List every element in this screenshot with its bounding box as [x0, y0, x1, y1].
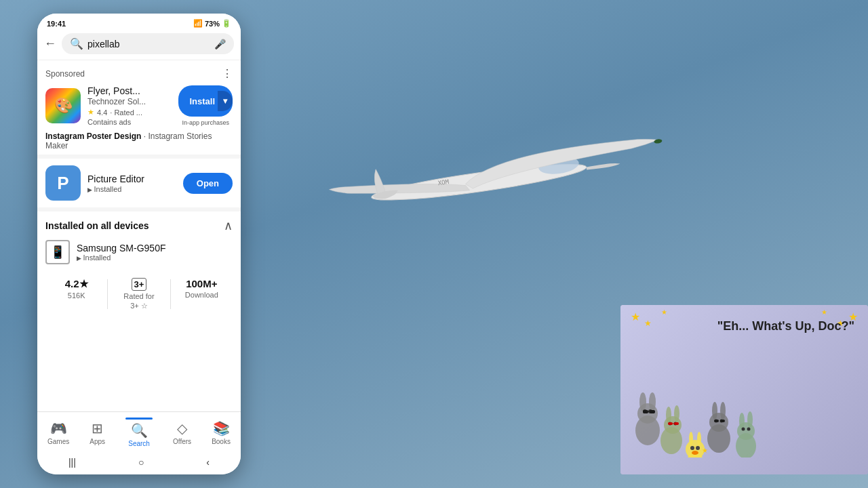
nav-apps[interactable]: ⊞ Apps	[84, 419, 111, 447]
glider-image: XOM	[271, 54, 665, 339]
search-input-container[interactable]: 🔍 pixellab 🎤	[62, 33, 234, 54]
open-button[interactable]: Open	[183, 173, 233, 194]
svg-point-6	[639, 392, 646, 411]
more-options-button[interactable]: ⋮	[222, 67, 233, 80]
nav-search[interactable]: 🔍 Search	[120, 416, 158, 449]
apps-icon: ⊞	[92, 420, 103, 436]
rating-stat: 4.2★ 516K	[45, 278, 107, 300]
picture-editor-installed: Installed	[87, 185, 176, 193]
star-icon: ★	[644, 319, 652, 328]
time-display: 19:41	[47, 20, 66, 28]
sponsored-app-developer: Technozer Sol...	[87, 97, 172, 106]
search-nav-icon: 🔍	[131, 422, 148, 439]
device-name: Samsung SM-G950F	[77, 243, 166, 253]
svg-point-27	[696, 446, 700, 450]
status-bar: 19:41 📶 73% 🔋	[37, 14, 241, 30]
search-active-indicator	[125, 418, 153, 420]
age-rating-label: Rated for	[108, 292, 170, 300]
downloads-value: 100M+	[171, 278, 233, 289]
age-rating-stat: 3+ Rated for 3+ ☆	[108, 278, 170, 310]
cartoon-characters	[627, 322, 776, 458]
rating-count: 516K	[45, 291, 107, 300]
battery-icon: 🔋	[222, 19, 231, 28]
rating-value: 4.2★	[45, 278, 107, 290]
picture-editor-icon: P	[45, 165, 81, 201]
search-bar: ← 🔍 pixellab 🎤	[37, 30, 241, 60]
svg-point-39	[739, 413, 745, 429]
in-app-purchases-label: In-app purchases	[182, 119, 229, 126]
install-button[interactable]: Install ▾	[178, 85, 233, 117]
battery-display: 73%	[205, 20, 220, 28]
sponsored-app-icon: 🎨	[45, 88, 81, 123]
svg-point-25	[697, 432, 701, 445]
android-nav-bar: ||| ○ ‹	[37, 451, 241, 474]
search-icon: 🔍	[70, 37, 83, 50]
picture-editor-name: Picture Editor	[87, 174, 176, 184]
bottom-navigation: 🎮 Games ⊞ Apps 🔍 Search ◇ Offers 📚 Books	[37, 411, 241, 451]
device-installed-label: Installed	[77, 253, 166, 262]
home-button[interactable]: ○	[138, 457, 144, 468]
back-button[interactable]: ←	[44, 37, 56, 51]
nav-books[interactable]: 📚 Books	[206, 419, 236, 447]
nav-search-label: Search	[128, 440, 150, 447]
svg-point-31	[712, 402, 717, 420]
star-icon: ★	[631, 310, 640, 323]
age-rating-icon: 3+	[108, 278, 170, 291]
downloads-stat: 100M+ Download	[171, 278, 233, 299]
svg-point-28	[692, 451, 698, 455]
svg-point-32	[720, 402, 726, 420]
games-icon: 🎮	[50, 420, 67, 436]
svg-point-7	[649, 392, 656, 411]
svg-rect-36	[720, 420, 725, 422]
mic-icon[interactable]: 🎤	[214, 39, 226, 49]
svg-rect-10	[643, 410, 648, 413]
nav-apps-label: Apps	[90, 438, 105, 445]
svg-rect-20	[674, 422, 679, 425]
contains-ads-label: Contains ads	[87, 118, 172, 126]
back-button-android[interactable]: ‹	[206, 457, 210, 468]
svg-point-30	[709, 413, 728, 432]
installed-on-all-devices-section: Installed on all devices ∧ 📱 Samsung SM-…	[37, 211, 241, 323]
app-description-title: Instagram Poster Design	[45, 131, 141, 141]
downloads-label: Download	[171, 291, 233, 299]
svg-point-41	[742, 428, 745, 431]
svg-point-40	[747, 411, 753, 428]
svg-rect-19	[668, 422, 673, 425]
signal-icon: 📶	[193, 19, 203, 28]
svg-point-16	[674, 405, 679, 422]
sponsored-rating-label: · Rated ...	[110, 108, 142, 117]
picture-editor-section: P Picture Editor Installed Open	[37, 159, 241, 211]
star-icon: ★	[661, 308, 667, 316]
phone-mockup: 19:41 📶 73% 🔋 ← 🔍 pixellab 🎤 Sponsored ⋮…	[37, 14, 241, 474]
app-stats-row: 4.2★ 516K 3+ Rated for 3+ ☆ 100M+ Downlo…	[45, 272, 233, 316]
sponsored-app-name: Flyer, Post...	[87, 85, 172, 96]
age-rating-sublabel: 3+ ☆	[108, 302, 170, 310]
cartoon-speech: "Eh... What's Up, Doc?"	[717, 319, 854, 334]
nav-offers-label: Offers	[173, 438, 191, 445]
star-icon: ★	[702, 447, 708, 454]
nav-games-label: Games	[47, 438, 69, 445]
sponsored-label: Sponsored	[45, 69, 85, 79]
sponsored-rating: 4.4	[97, 108, 107, 117]
svg-point-42	[747, 428, 751, 431]
install-chevron[interactable]: ▾	[218, 91, 233, 111]
svg-rect-11	[650, 410, 655, 413]
device-row: 📱 Samsung SM-G950F Installed	[45, 240, 233, 264]
menu-button[interactable]: |||	[68, 457, 76, 468]
picture-editor-info: Picture Editor Installed	[87, 174, 176, 193]
svg-point-26	[690, 446, 694, 450]
search-query: pixellab	[87, 39, 210, 49]
device-info: Samsung SM-G950F Installed	[77, 243, 166, 262]
collapse-button[interactable]: ∧	[224, 218, 233, 233]
svg-point-15	[666, 407, 671, 423]
nav-offers[interactable]: ◇ Offers	[167, 419, 197, 447]
svg-rect-35	[714, 420, 719, 422]
cartoon-panel: ★ ★ ★ ★ ★ ★ ★	[620, 305, 868, 474]
offers-icon: ◇	[177, 420, 187, 436]
star-icon: ★	[821, 308, 827, 316]
search-results: Sponsored ⋮ 🎨 Flyer, Post... Technozer S…	[37, 60, 241, 411]
sponsored-app-info: Flyer, Post... Technozer Sol... ★ 4.4 · …	[87, 85, 172, 126]
svg-point-24	[689, 432, 693, 445]
nav-games[interactable]: 🎮 Games	[42, 419, 75, 447]
nav-books-label: Books	[212, 438, 231, 445]
